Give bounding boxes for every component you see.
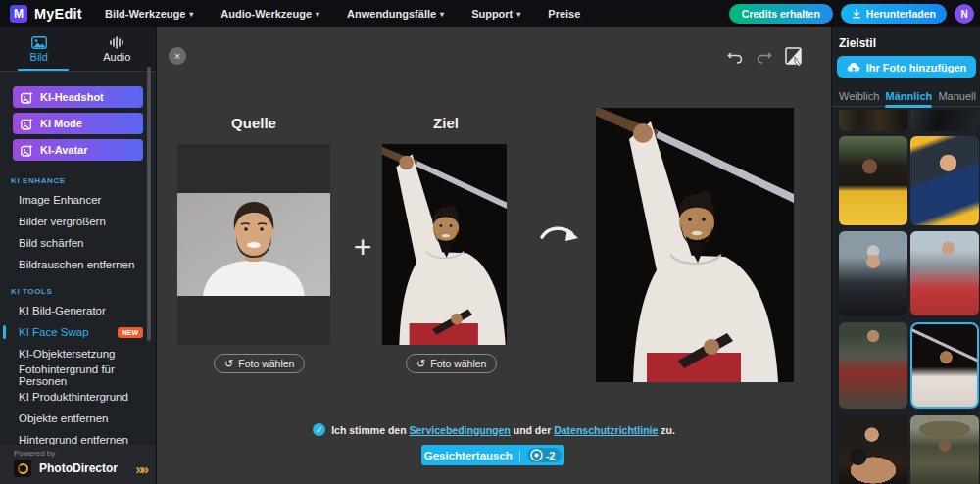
chevron-down-icon: ▾ [316, 10, 319, 19]
sidebar-item-upscale[interactable]: Bilder vergrößern [0, 211, 156, 232]
tab-female[interactable]: Weiblich [839, 90, 879, 102]
sidebar-item-denoise[interactable]: Bildrauschen entfernen [0, 254, 156, 275]
undo-button[interactable] [725, 47, 745, 67]
new-badge: NEW [118, 327, 143, 338]
compare-icon [785, 47, 803, 67]
style-thumbnail[interactable] [839, 415, 907, 484]
sidebar-item-image-generator[interactable]: KI Bild-Generator [0, 300, 156, 321]
tab-male[interactable]: Männlich [886, 90, 933, 102]
style-thumbnail[interactable] [910, 110, 979, 131]
sidebar-item-remove-objects[interactable]: Objekte entfernen [0, 408, 156, 429]
sidebar-item-product-background[interactable]: KI Produkthintergrund [0, 386, 156, 408]
ki-headshot-button[interactable]: KI-Headshot [13, 86, 143, 108]
cloud-upload-icon [847, 62, 860, 73]
powered-by-label: Powered by [14, 449, 146, 458]
face-swap-workspace: × Quelle Ziel + [157, 27, 831, 484]
active-tab-underline [18, 69, 69, 71]
source-photo [177, 193, 330, 296]
ai-feature-buttons: KI-Headshot KI Mode KI-Avatar [0, 72, 156, 165]
result-arrow-icon [539, 221, 580, 251]
close-button[interactable]: × [169, 47, 186, 65]
chevron-down-icon: ▾ [440, 10, 444, 19]
chevron-down-icon: ▾ [189, 10, 193, 19]
redo-button[interactable] [755, 47, 774, 67]
reset-icon: ↺ [416, 358, 425, 370]
app-logo[interactable]: M MyEdit [0, 5, 105, 23]
download-icon [852, 9, 861, 19]
media-tabs: Bild Audio [0, 27, 156, 72]
download-button[interactable]: Herunterladen [841, 4, 947, 24]
menu-item-pricing[interactable]: Preise [548, 8, 580, 20]
myedit-logo-icon: M [10, 5, 27, 23]
sidebar-item-photo-background[interactable]: Fotohintergrund für Personen [0, 364, 156, 386]
terms-of-service-link[interactable]: Servicebedingungen [410, 424, 511, 436]
tab-audio[interactable]: Audio [78, 27, 157, 71]
source-photo-panel[interactable] [177, 144, 330, 345]
privacy-policy-link[interactable]: Datenschutzrichtlinie [554, 424, 658, 436]
credit-cost: -2 [546, 450, 555, 461]
chevrons-right-icon: »» [135, 460, 146, 477]
style-thumbnail[interactable] [910, 136, 979, 225]
reset-icon: ↺ [224, 358, 233, 370]
section-label-ki-tools: KI Tools [0, 275, 156, 300]
style-thumbnail[interactable] [839, 322, 907, 409]
ki-avatar-button[interactable]: KI-Avatar [13, 139, 143, 161]
top-navbar: M MyEdit Bild-Werkzeuge ▾ Audio-Werkzeug… [0, 0, 980, 27]
active-item-bar [3, 325, 6, 339]
tab-manual[interactable]: Manuell [938, 90, 976, 102]
upload-photo-button[interactable]: Ihr Foto hinzufügen [837, 56, 976, 78]
image-icon [31, 36, 47, 49]
sidebar-item-object-replace[interactable]: KI-Objektersetzung [0, 343, 156, 364]
powered-by-bar: Powered by PhotoDirector »» [0, 445, 156, 484]
style-tabs: Weiblich Männlich Manuell [832, 86, 980, 107]
tab-image[interactable]: Bild [0, 27, 78, 71]
face-swap-submit-button[interactable]: Gesichtertausch -2 [421, 445, 564, 465]
sidebar-scrollbar[interactable] [147, 67, 151, 341]
chevron-down-icon: ▾ [516, 10, 520, 19]
get-credits-button[interactable]: Credits erhalten [729, 4, 833, 24]
undo-icon [727, 50, 743, 64]
style-thumbnail[interactable] [839, 136, 907, 225]
source-label: Quelle [205, 115, 303, 131]
compare-button[interactable] [784, 47, 804, 67]
choose-target-photo-button[interactable]: ↺ Foto wählen [406, 354, 497, 373]
menu-item-use-cases[interactable]: Anwendungsfälle ▾ [347, 8, 444, 20]
credit-cost-pill: -2 [527, 448, 562, 462]
target-style-panel: Zielstil Ihr Foto hinzufügen Weiblich Mä… [831, 27, 980, 484]
target-photo[interactable] [382, 144, 507, 345]
user-avatar[interactable]: N [955, 4, 974, 24]
panel-title: Zielstil [832, 27, 980, 50]
style-thumbnail[interactable] [910, 415, 979, 484]
ki-mode-button[interactable]: KI Mode [13, 113, 143, 134]
audio-waveform-icon [109, 36, 124, 49]
terms-checkbox[interactable]: ✓ [313, 423, 325, 436]
plus-separator: + [341, 229, 384, 266]
style-thumbnail[interactable] [839, 231, 907, 315]
choose-source-photo-button[interactable]: ↺ Foto wählen [214, 354, 305, 373]
terms-row: ✓ Ich stimme den Servicebedingungen und … [157, 423, 831, 436]
credit-coin-icon [530, 449, 543, 461]
style-thumbnail-selected[interactable] [910, 322, 979, 409]
left-sidebar: Bild Audio KI-Headshot [0, 27, 157, 484]
photo-sparkle-icon [21, 144, 33, 157]
section-label-ki-enhance: KI ENHANCE [0, 165, 156, 189]
menu-item-image-tools[interactable]: Bild-Werkzeuge ▾ [105, 8, 193, 20]
redo-icon [757, 50, 772, 64]
photodirector-link[interactable]: PhotoDirector »» [14, 460, 146, 477]
style-thumbnail[interactable] [910, 231, 979, 315]
app-title: MyEdit [34, 6, 82, 22]
photodirector-icon [14, 460, 31, 477]
style-thumbnail[interactable] [839, 110, 907, 131]
photo-sparkle-icon [21, 91, 33, 104]
sidebar-item-face-swap[interactable]: KI Face Swap NEW [0, 321, 156, 343]
menu-item-audio-tools[interactable]: Audio-Werkzeuge ▾ [220, 8, 319, 20]
main-menu: Bild-Werkzeuge ▾ Audio-Werkzeuge ▾ Anwen… [105, 8, 580, 20]
terms-text: Ich stimme den Servicebedingungen und de… [331, 424, 675, 436]
photo-sparkle-icon [21, 118, 33, 130]
target-label: Ziel [397, 115, 495, 131]
sidebar-item-sharpen[interactable]: Bild schärfen [0, 232, 156, 254]
result-photo [596, 108, 794, 382]
sidebar-item-image-enhancer[interactable]: Image Enhancer [0, 189, 156, 211]
menu-item-support[interactable]: Support ▾ [471, 8, 520, 20]
active-style-tab-underline [885, 105, 932, 108]
